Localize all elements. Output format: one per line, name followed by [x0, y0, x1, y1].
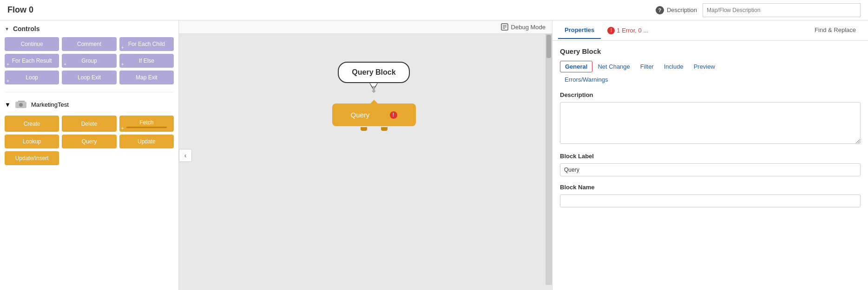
plus-icon: +	[121, 126, 124, 131]
description-label: Description	[560, 91, 861, 98]
update-insert-button[interactable]: Update/Insert	[5, 151, 59, 165]
for-each-child-button[interactable]: For Each Child +	[119, 37, 174, 51]
block-label-input[interactable]	[560, 163, 861, 176]
query-node-wrapper[interactable]: Query !	[332, 96, 416, 131]
plus-icon: +	[7, 78, 9, 84]
continue-button[interactable]: Continue	[5, 37, 59, 51]
delete-button[interactable]: Delete	[62, 116, 116, 132]
description-textarea[interactable]	[560, 102, 861, 144]
sub-tab-errors[interactable]: Errors/Warnings	[560, 74, 861, 85]
canvas-down-arrow: ⬇	[370, 84, 378, 95]
svg-point-2	[19, 103, 23, 107]
loop-button[interactable]: Loop +	[5, 71, 59, 84]
query-block[interactable]: Query !	[332, 103, 416, 126]
right-panel-content: Query Block General Net Change Filter In…	[552, 41, 868, 290]
right-panel: Properties ! 1 Error, 0 ... Find & Repla…	[552, 20, 868, 290]
speech-bubble-wrapper: Query Block	[338, 62, 409, 83]
description-group: Description	[560, 91, 861, 145]
group-button[interactable]: Group +	[62, 54, 116, 68]
fetch-button[interactable]: Fetch +	[119, 116, 174, 132]
query-block-feet	[332, 127, 416, 131]
sub-tab-net-change[interactable]: Net Change	[592, 61, 635, 72]
main-layout: ▼ Controls Continue Comment For Each Chi…	[0, 20, 868, 290]
description-button[interactable]: ? Description	[656, 6, 697, 14]
marketing-icon	[14, 98, 27, 111]
tab-find-replace[interactable]: Find & Replace	[808, 22, 862, 39]
sub-tab-filter[interactable]: Filter	[635, 61, 659, 72]
debug-mode-button[interactable]: Debug Mode	[501, 23, 546, 31]
help-icon: ?	[656, 6, 664, 14]
error-icon: !	[607, 27, 615, 34]
if-else-button[interactable]: If Else +	[119, 54, 174, 68]
sub-tab-preview[interactable]: Preview	[689, 61, 720, 72]
update-button[interactable]: Update	[119, 135, 174, 148]
tab-error[interactable]: ! 1 Error, 0 ...	[601, 23, 655, 38]
scrollbar[interactable]	[546, 34, 552, 285]
error-indicator: !	[390, 111, 397, 119]
lookup-button[interactable]: Lookup	[5, 135, 59, 148]
tab-properties[interactable]: Properties	[558, 22, 601, 39]
marketing-label: MarketingTest	[31, 101, 69, 108]
controls-label: Controls	[13, 25, 40, 32]
block-name-group: Block Name	[560, 184, 861, 207]
sub-tab-general[interactable]: General	[560, 61, 592, 72]
controls-grid: Continue Comment For Each Child + For Ea…	[5, 37, 174, 84]
canvas-content[interactable]: Query Block ⬇ Query !	[179, 34, 552, 285]
query-block-container: Query Block ⬇ Query !	[332, 62, 416, 131]
page-title: Flow 0	[7, 5, 33, 15]
canvas-wrapper: ‹ Debug Mode Query Block	[179, 20, 552, 290]
marketing-section-header[interactable]: ▼ MarketingTest	[5, 98, 174, 111]
for-each-result-button[interactable]: For Each Result +	[5, 54, 59, 68]
sidebar: ▼ Controls Continue Comment For Each Chi…	[0, 20, 179, 290]
block-name-label: Block Name	[560, 184, 861, 191]
debug-icon	[501, 23, 508, 31]
debug-label: Debug Mode	[511, 24, 546, 31]
canvas-top-bar: Debug Mode	[179, 20, 552, 34]
plus-icon: +	[7, 62, 9, 67]
query-block-foot-right	[381, 127, 388, 131]
block-title: Query Block	[560, 47, 861, 55]
block-label-label: Block Label	[560, 153, 861, 160]
plus-icon: +	[64, 62, 66, 67]
create-button[interactable]: Create	[5, 116, 59, 132]
controls-section-header[interactable]: ▼ Controls	[5, 25, 174, 32]
map-description-input[interactable]	[703, 3, 861, 17]
block-name-input[interactable]	[560, 194, 861, 207]
marketing-grid: Create Delete Fetch + Lookup Query Updat…	[5, 116, 174, 165]
block-label-group: Block Label	[560, 153, 861, 176]
loop-exit-button[interactable]: Loop Exit	[62, 71, 116, 84]
sub-tab-include[interactable]: Include	[659, 61, 689, 72]
map-exit-button[interactable]: Map Exit	[119, 71, 174, 84]
query-block-foot-left	[361, 127, 367, 131]
speech-bubble-text: Query Block	[352, 68, 395, 76]
svg-marker-1	[18, 101, 25, 102]
query-block-label: Query	[351, 111, 370, 119]
scrollbar-thumb[interactable]	[546, 35, 551, 58]
sub-tabs: General Net Change Filter Include Previe…	[560, 61, 861, 85]
divider	[5, 92, 174, 92]
right-panel-tabs: Properties ! 1 Error, 0 ... Find & Repla…	[552, 20, 868, 41]
marketing-arrow-icon: ▼	[5, 101, 11, 108]
description-label: Description	[667, 6, 697, 13]
collapse-sidebar-button[interactable]: ‹	[179, 149, 192, 162]
header: Flow 0 ? Description	[0, 0, 868, 20]
query-sidebar-button[interactable]: Query	[62, 135, 116, 148]
comment-button[interactable]: Comment	[62, 37, 116, 51]
controls-arrow-icon: ▼	[5, 26, 9, 32]
plus-icon: +	[121, 62, 124, 67]
speech-bubble: Query Block	[338, 62, 409, 83]
plus-icon: +	[121, 45, 124, 50]
